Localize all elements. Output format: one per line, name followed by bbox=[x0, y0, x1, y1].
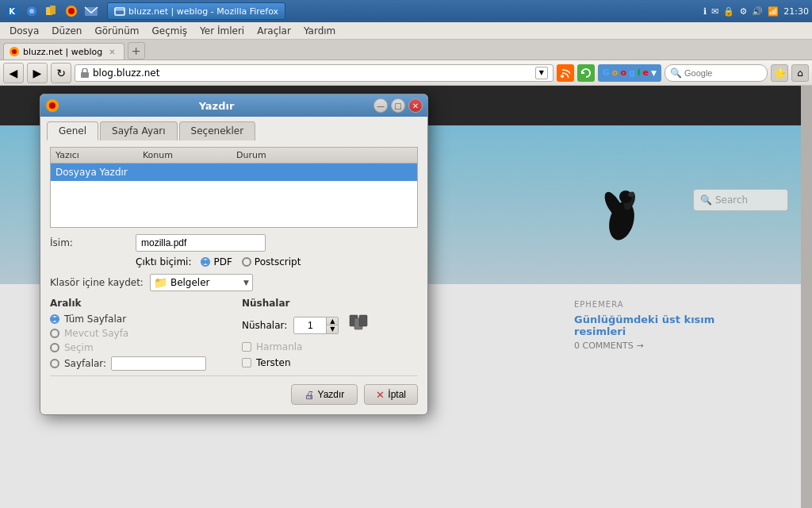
svg-rect-24 bbox=[359, 315, 367, 326]
menu-duzen[interactable]: Düzen bbox=[45, 24, 88, 38]
cancel-button[interactable]: ✕ İptal bbox=[364, 384, 418, 405]
kmenu-icon[interactable]: K bbox=[3, 2, 21, 20]
dialog-buttons: 🖨 Yazdır ✕ İptal bbox=[50, 375, 418, 405]
navbar: ◀ ▶ ↻ blog.bluzz.net ▼ G o o g l e ▼ 🔍 ⭐… bbox=[0, 60, 812, 86]
mail-icon[interactable] bbox=[82, 2, 100, 20]
copies-label: Nüshalar: bbox=[242, 320, 287, 331]
cancel-icon: ✕ bbox=[376, 389, 385, 401]
postscript-radio[interactable] bbox=[242, 257, 251, 267]
name-input[interactable] bbox=[136, 234, 266, 252]
harmonla-row[interactable]: Harmanla bbox=[242, 341, 418, 352]
refresh-icon[interactable] bbox=[577, 64, 595, 82]
dialog-restore-button[interactable]: □ bbox=[391, 98, 405, 113]
svg-point-21 bbox=[49, 102, 56, 109]
navbar-right: G o o g l e ▼ 🔍 ⭐ ⌂ bbox=[557, 64, 809, 82]
folder-label: Klasör içine kaydet: bbox=[50, 277, 144, 288]
all-pages-label: Tüm Sayfalar bbox=[64, 314, 126, 325]
dialog-close-button[interactable]: ✕ bbox=[408, 98, 423, 113]
search-input[interactable] bbox=[684, 68, 748, 78]
tab-sayfa-ayari[interactable]: Sayfa Ayarı bbox=[100, 121, 178, 140]
copies-row: Nüshalar: ▲ ▼ bbox=[242, 314, 418, 337]
all-pages-radio[interactable] bbox=[50, 314, 59, 324]
menu-gorunum[interactable]: Görünüm bbox=[88, 24, 145, 38]
security-icon: 🔒 bbox=[723, 6, 734, 17]
address-text[interactable]: blog.bluzz.net bbox=[93, 67, 159, 79]
harmonla-label: Harmanla bbox=[256, 341, 302, 352]
selection-radio[interactable] bbox=[50, 343, 59, 352]
lock-icon bbox=[80, 68, 90, 78]
output-pdf-option[interactable]: PDF bbox=[201, 256, 232, 267]
range-all-pages[interactable]: Tüm Sayfalar bbox=[50, 314, 226, 325]
folder-dropdown-arrow[interactable]: ▼ bbox=[243, 279, 249, 287]
copies-section: Nüshalar: ▲ ▼ bbox=[242, 314, 418, 368]
back-button[interactable]: ◀ bbox=[3, 63, 24, 83]
tersten-row[interactable]: Tersten bbox=[242, 357, 418, 368]
printer-list-header: Yazıcı Konum Durum bbox=[51, 148, 417, 164]
browser-tab[interactable]: bluzz.net | weblog ✕ bbox=[3, 43, 124, 60]
dialog-titlebar: Yazdır — □ ✕ bbox=[40, 94, 427, 117]
printer-item-dosyaya[interactable]: Dosyaya Yazdır bbox=[51, 164, 417, 181]
menu-yardim[interactable]: Yardım bbox=[297, 24, 342, 38]
firefox-icon[interactable] bbox=[63, 2, 80, 20]
col-durum: Durum bbox=[236, 150, 266, 160]
tab-close-icon[interactable]: ✕ bbox=[109, 48, 115, 56]
address-dropdown-button[interactable]: ▼ bbox=[535, 67, 548, 79]
range-selection[interactable]: Seçim bbox=[50, 342, 226, 353]
pdf-radio[interactable] bbox=[201, 257, 210, 267]
google-search-engine[interactable]: G o o g l e ▼ bbox=[598, 64, 661, 82]
copies-spinner-buttons: ▲ ▼ bbox=[326, 318, 338, 333]
star-bookmark-icon[interactable]: ⭐ bbox=[771, 64, 788, 82]
folder-select[interactable]: 📁 Belgeler ▼ bbox=[150, 274, 253, 291]
svg-rect-5 bbox=[50, 6, 56, 14]
range-radio-group: Tüm Sayfalar Mevcut Sayfa Seçim bbox=[50, 314, 226, 371]
menu-gecmis[interactable]: Geçmiş bbox=[146, 24, 194, 38]
current-page-radio[interactable] bbox=[50, 329, 59, 338]
name-label: İsim: bbox=[50, 237, 129, 248]
menubar: Dosya Düzen Görünüm Geçmiş Yer İmleri Ar… bbox=[0, 22, 812, 40]
harmonla-checkbox[interactable] bbox=[242, 342, 251, 352]
forward-button[interactable]: ▶ bbox=[27, 63, 48, 83]
tools-icon: ⚙ bbox=[739, 6, 747, 17]
info-icon: ℹ bbox=[703, 6, 707, 17]
range-pages[interactable]: Sayfalar: bbox=[50, 356, 226, 371]
new-tab-button[interactable]: + bbox=[128, 42, 145, 60]
pages-radio[interactable] bbox=[50, 359, 59, 368]
menu-araclar[interactable]: Araçlar bbox=[251, 24, 297, 38]
browser-content: 🔍 Search Pardus "Sıfırı Tüketti" Posted … bbox=[0, 86, 812, 508]
copies-spinner[interactable]: ▲ ▼ bbox=[293, 317, 339, 334]
tab-secenek[interactable]: Seçenekler bbox=[179, 121, 256, 140]
tersten-checkbox[interactable] bbox=[242, 358, 251, 368]
menu-yerimleri[interactable]: Yer İmleri bbox=[193, 24, 251, 38]
rss-icon[interactable] bbox=[557, 64, 574, 82]
browser-icon[interactable] bbox=[23, 2, 40, 20]
range-current-page[interactable]: Mevcut Sayfa bbox=[50, 328, 226, 339]
window-tab-title: bluzz.net | weblog - Mozilla Firefox bbox=[128, 6, 278, 17]
svg-point-14 bbox=[561, 75, 564, 78]
copies-title: Nüshalar bbox=[242, 298, 418, 309]
open-window-button[interactable]: bluzz.net | weblog - Mozilla Firefox bbox=[107, 2, 285, 20]
folder-row: Klasör içine kaydet: 📁 Belgeler ▼ bbox=[50, 274, 418, 291]
pages-input[interactable] bbox=[111, 356, 206, 371]
dialog-two-col: Aralık Tüm Sayfalar Mevcut Sayfa bbox=[50, 298, 418, 371]
reload-button[interactable]: ↻ bbox=[51, 63, 71, 83]
files-icon[interactable] bbox=[43, 2, 60, 20]
copies-input[interactable] bbox=[294, 318, 326, 333]
svg-point-3 bbox=[29, 9, 34, 13]
output-postscript-option[interactable]: Postscript bbox=[242, 256, 301, 267]
menu-dosya[interactable]: Dosya bbox=[3, 24, 45, 38]
copies-down-button[interactable]: ▼ bbox=[327, 325, 338, 333]
pdf-label: PDF bbox=[213, 256, 232, 267]
dialog-body: Yazıcı Konum Durum Dosyaya Yazdır İsim: … bbox=[40, 140, 427, 414]
browser-search-bar[interactable]: 🔍 bbox=[665, 64, 768, 82]
print-button[interactable]: 🖨 Yazdır bbox=[291, 384, 358, 405]
folder-value: Belgeler bbox=[170, 277, 210, 288]
dialog-minimize-button[interactable]: — bbox=[373, 98, 388, 113]
tab-genel[interactable]: Genel bbox=[47, 121, 98, 140]
home-button[interactable]: ⌂ bbox=[791, 64, 809, 82]
col-yazici: Yazıcı bbox=[56, 150, 79, 160]
printer-list-body: Dosyaya Yazdır bbox=[51, 164, 417, 227]
svg-point-12 bbox=[12, 49, 17, 54]
copies-up-button[interactable]: ▲ bbox=[327, 318, 338, 325]
pages-label: Sayfalar: bbox=[64, 358, 106, 369]
address-bar[interactable]: blog.bluzz.net ▼ bbox=[75, 64, 553, 82]
